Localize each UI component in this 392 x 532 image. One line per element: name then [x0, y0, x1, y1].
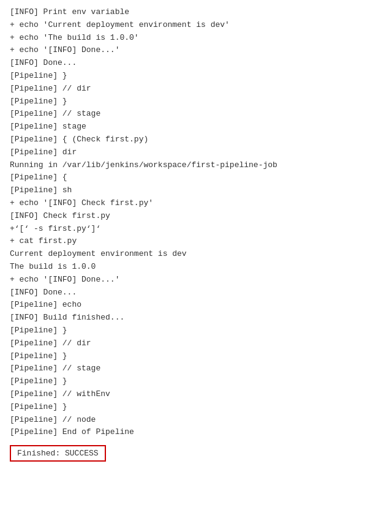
log-line: [Pipeline] } [10, 70, 382, 83]
log-line: + cat first.py [10, 235, 382, 248]
log-line: [Pipeline] sh [10, 184, 382, 197]
log-line: [Pipeline] } [10, 324, 382, 337]
log-line: [Pipeline] // dir [10, 83, 382, 96]
log-line: [Pipeline] // stage [10, 108, 382, 121]
log-line: [Pipeline] // node [10, 414, 382, 427]
log-line: [Pipeline] End of Pipeline [10, 426, 382, 439]
log-line: [INFO] Check first.py [10, 210, 382, 223]
log-line: [Pipeline] { [10, 171, 382, 184]
success-badge: Finished: SUCCESS [10, 445, 106, 462]
log-line: [INFO] Done... [10, 287, 382, 299]
log-line: [INFO] Done... [10, 57, 382, 70]
log-line: [Pipeline] echo [10, 299, 382, 312]
log-lines: [INFO] Print env variable+ echo 'Current… [10, 6, 382, 439]
log-line: Current deployment environment is dev [10, 248, 382, 261]
log-line: [Pipeline] // dir [10, 337, 382, 350]
log-line: + echo '[INFO] Done...' [10, 44, 382, 57]
log-line: [Pipeline] } [10, 375, 382, 388]
log-line: [INFO] Print env variable [10, 6, 382, 19]
log-line: + echo 'Current deployment environment i… [10, 19, 382, 32]
log-line: +‘[‘ -s first.py‘]‘ [10, 223, 382, 236]
log-line: [Pipeline] } [10, 401, 382, 414]
log-line: + echo 'The build is 1.0.0' [10, 32, 382, 45]
log-line: [Pipeline] // stage [10, 362, 382, 375]
log-line: [Pipeline] } [10, 350, 382, 363]
log-line: The build is 1.0.0 [10, 261, 382, 274]
console-output: [INFO] Print env variable+ echo 'Current… [0, 0, 392, 532]
log-line: + echo '[INFO] Done...' [10, 274, 382, 287]
log-line: [Pipeline] // withEnv [10, 388, 382, 401]
log-line: [INFO] Build finished... [10, 312, 382, 324]
log-line: [Pipeline] { (Check first.py) [10, 133, 382, 146]
log-line: [Pipeline] stage [10, 121, 382, 133]
log-line: [Pipeline] } [10, 96, 382, 108]
log-line: [Pipeline] dir [10, 146, 382, 159]
success-container: Finished: SUCCESS [10, 443, 382, 462]
log-line: + echo '[INFO] Check first.py' [10, 197, 382, 210]
log-line: Running in /var/lib/jenkins/workspace/fi… [10, 159, 382, 172]
